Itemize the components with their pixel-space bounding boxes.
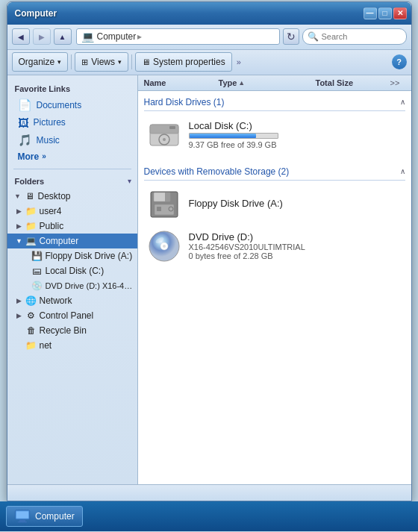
control-panel-icon: ⚙ (25, 310, 37, 322)
title-bar: Computer — □ ✕ (7, 2, 411, 25)
column-headers: Name Type ▲ Total Size >> (138, 75, 411, 91)
views-button[interactable]: ⊞ Views ▾ (75, 52, 128, 72)
removable-collapse-icon[interactable]: ∧ (400, 167, 405, 175)
local-disk-info: Local Disk (C:) 9.37 GB free of 39.9 GB (189, 120, 402, 149)
tree-item-control-panel[interactable]: ▶ ⚙ Control Panel (7, 308, 137, 323)
floppy-expander (19, 250, 31, 262)
address-bar: ◀ ▶ ▲ 💻 Computer ▸ ↻ 🔍 (7, 25, 411, 50)
floppy-small-icon: 💾 (31, 250, 43, 262)
tree-item-net[interactable]: 📁 net (7, 338, 137, 353)
search-icon: 🔍 (308, 31, 319, 42)
net-expander (13, 339, 25, 351)
col-size-header[interactable]: Total Size (316, 78, 390, 87)
floppy-drive-item[interactable]: Floppy Disk Drive (A:) (144, 185, 405, 224)
search-input[interactable] (322, 32, 402, 41)
svg-rect-7 (165, 193, 170, 201)
system-properties-button[interactable]: 🖥 System properties (135, 52, 232, 72)
computer-expander: ▼ (13, 235, 25, 247)
sidebar-item-documents[interactable]: 📄 Documents (7, 96, 137, 114)
taskbar-label: Computer (35, 511, 75, 522)
help-button[interactable]: ? (392, 54, 407, 69)
user4-expander: ▶ (13, 205, 25, 217)
svg-rect-16 (16, 511, 29, 519)
local-disk-expander (19, 265, 31, 277)
maximize-button[interactable]: □ (378, 7, 392, 19)
dvd-label-text: X16-42546VS2010ULTIMTRIAL (189, 242, 402, 251)
col-type-header[interactable]: Type ▲ (219, 78, 316, 87)
user4-icon: 📁 (25, 205, 37, 217)
status-bar (7, 484, 411, 501)
sidebar-item-music[interactable]: 🎵 Music (7, 131, 137, 149)
search-box: 🔍 (302, 28, 407, 45)
removable-header: Devices with Removable Storage (2) ∧ (144, 166, 405, 181)
recycle-bin-expander (13, 325, 25, 337)
refresh-icon: ↻ (287, 31, 296, 43)
sidebar-divider (13, 169, 131, 169)
floppy-large-icon (147, 190, 181, 219)
tree-item-user4[interactable]: ▶ 📁 user4 (7, 204, 137, 219)
views-icon: ⊞ (81, 57, 88, 67)
taskbar-computer-button[interactable]: Computer (6, 506, 83, 527)
tree-item-network[interactable]: ▶ 🌐 Network (7, 293, 137, 308)
floppy-svg (150, 191, 178, 218)
tree-item-recycle-bin[interactable]: 🗑 Recycle Bin (7, 323, 137, 338)
close-button[interactable]: ✕ (393, 7, 407, 19)
tree-item-desktop[interactable]: ▼ 🖥 Desktop (7, 189, 137, 204)
dvd-info: DVD Drive (D:) X16-42546VS2010ULTIMTRIAL… (189, 231, 402, 260)
more-label: More (18, 151, 40, 162)
dvd-drive-item[interactable]: DVD Drive (D:) X16-42546VS2010ULTIMTRIAL… (144, 227, 405, 266)
explorer-window: Computer — □ ✕ ◀ ▶ ▲ 💻 Computer ▸ ↻ 🔍 Or… (7, 1, 412, 501)
system-props-label: System properties (153, 57, 225, 67)
organize-button[interactable]: Organize ▾ (12, 52, 69, 72)
taskbar: Computer (0, 501, 418, 531)
main-content: Favorite Links 📄 Documents 🖼 Pictures 🎵 … (7, 75, 411, 484)
forward-button[interactable]: ▶ (33, 28, 51, 45)
tree-item-computer[interactable]: ▼ 💻 Computer (7, 234, 137, 248)
hard-disks-header: Hard Disk Drives (1) ∧ (144, 97, 405, 111)
music-label: Music (37, 135, 60, 145)
sidebar-more-link[interactable]: More » (7, 149, 137, 164)
favorites-title: Favorite Links (7, 81, 137, 96)
computer-label: Computer (40, 236, 79, 246)
desktop-label: Desktop (38, 191, 71, 201)
views-label: Views (91, 57, 115, 67)
svg-rect-17 (19, 519, 25, 521)
up-button[interactable]: ▲ (54, 28, 72, 45)
address-computer-label: Computer (97, 31, 137, 42)
tree-item-local-disk[interactable]: 🖴 Local Disk (C:) (7, 263, 137, 278)
public-icon: 📁 (25, 220, 37, 232)
col-more-header[interactable]: >> (390, 78, 405, 87)
svg-rect-18 (18, 521, 27, 522)
folders-chevron-icon[interactable]: ▾ (128, 177, 131, 185)
control-panel-expander: ▶ (13, 310, 25, 322)
sidebar-item-pictures[interactable]: 🖼 Pictures (7, 114, 137, 131)
dvd-expander (19, 280, 31, 292)
svg-point-3 (163, 138, 166, 141)
local-disk-item[interactable]: Local Disk (C:) 9.37 GB free of 39.9 GB (144, 116, 405, 154)
hard-disks-collapse-icon[interactable]: ∧ (400, 98, 405, 106)
toolbar-separator-1 (71, 54, 72, 69)
minimize-button[interactable]: — (364, 7, 377, 19)
recycle-bin-icon: 🗑 (25, 325, 37, 337)
refresh-button[interactable]: ↻ (283, 28, 299, 45)
svg-rect-4 (169, 126, 175, 129)
tree-item-floppy[interactable]: 💾 Floppy Disk Drive (A:) (7, 248, 137, 263)
desktop-expander: ▼ (12, 190, 24, 202)
back-button[interactable]: ◀ (12, 28, 30, 45)
local-disk-space: 9.37 GB free of 39.9 GB (189, 140, 402, 149)
tree-item-public[interactable]: ▶ 📁 Public (7, 219, 137, 234)
views-arrow-icon: ▾ (118, 58, 122, 66)
local-disk-name: Local Disk (C:) (189, 120, 402, 131)
organize-label: Organize (19, 57, 55, 67)
user4-label: user4 (40, 206, 62, 216)
svg-point-13 (163, 245, 166, 248)
tree-item-dvd[interactable]: 💿 DVD Drive (D:) X16-42546VS20 (7, 278, 137, 293)
more-arrow-icon: » (42, 152, 46, 160)
help-label: ? (396, 57, 402, 66)
dvd-drive-name: DVD Drive (D:) (189, 231, 402, 242)
address-path-field[interactable]: 💻 Computer ▸ (76, 28, 280, 45)
toolbar-more-icon[interactable]: » (237, 57, 241, 66)
col-name-header[interactable]: Name (144, 78, 219, 87)
hd-svg (149, 122, 180, 148)
hard-disks-section: Hard Disk Drives (1) ∧ (138, 91, 411, 160)
